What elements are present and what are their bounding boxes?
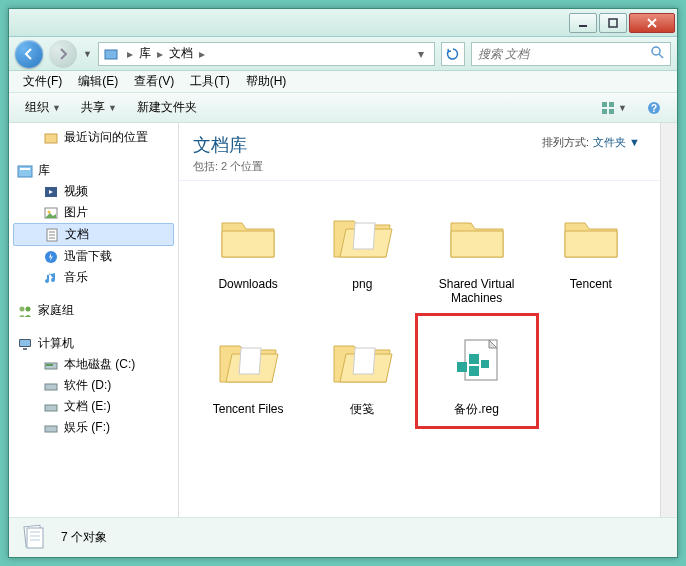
sidebar-drive-f[interactable]: 娱乐 (F:) — [9, 417, 178, 438]
view-options-button[interactable]: ▼ — [593, 98, 635, 118]
minimize-button[interactable] — [569, 13, 597, 33]
sidebar-drive-c[interactable]: 本地磁盘 (C:) — [9, 354, 178, 375]
sort-value[interactable]: 文件夹 ▼ — [593, 135, 640, 150]
search-input[interactable] — [478, 47, 650, 61]
chevron-right-icon[interactable]: ▸ — [153, 47, 167, 61]
svg-rect-34 — [239, 348, 261, 374]
svg-rect-31 — [45, 405, 57, 411]
sidebar-item-label: 音乐 — [64, 269, 88, 286]
new-folder-button[interactable]: 新建文件夹 — [129, 96, 205, 119]
menu-file[interactable]: 文件(F) — [15, 73, 70, 90]
drive-icon — [43, 420, 59, 436]
titlebar — [9, 9, 677, 37]
svg-rect-37 — [457, 362, 467, 372]
item-label: Downloads — [218, 277, 277, 291]
folder-icon — [555, 201, 627, 273]
computer-icon — [17, 336, 33, 352]
menu-tools[interactable]: 工具(T) — [182, 73, 237, 90]
svg-point-24 — [26, 306, 31, 311]
file-item[interactable]: 备份.reg — [422, 320, 532, 422]
sidebar-pictures[interactable]: 图片 — [9, 202, 178, 223]
chevron-right-icon[interactable]: ▸ — [123, 47, 137, 61]
item-label: Shared Virtual Machines — [424, 277, 530, 306]
sidebar-drive-d[interactable]: 软件 (D:) — [9, 375, 178, 396]
folder-item[interactable]: png — [307, 195, 417, 312]
sidebar-item-label: 迅雷下载 — [64, 248, 112, 265]
sort-label: 排列方式: — [542, 135, 589, 150]
menu-edit[interactable]: 编辑(E) — [70, 73, 126, 90]
scrollbar[interactable] — [660, 123, 677, 517]
sidebar-recent[interactable]: 最近访问的位置 — [9, 127, 178, 148]
sidebar-videos[interactable]: 视频 — [9, 181, 178, 202]
sidebar-item-label: 文档 — [65, 226, 89, 243]
sidebar-item-label: 图片 — [64, 204, 88, 221]
breadcrumb-dropdown-icon[interactable]: ▾ — [412, 47, 430, 61]
item-label: 备份.reg — [454, 402, 499, 416]
nav-dropdown-icon[interactable]: ▼ — [83, 49, 92, 59]
sidebar-libraries[interactable]: 库 — [9, 160, 178, 181]
folder-item[interactable]: Downloads — [193, 195, 303, 312]
chevron-down-icon: ▼ — [108, 103, 117, 113]
explorer-window: ▼ ▸ 库 ▸ 文档 ▸ ▾ 文件(F) 编辑(E) 查看(V) 工具(T) 帮… — [8, 8, 678, 558]
sidebar-item-label: 计算机 — [38, 335, 74, 352]
content-header: 文档库 包括: 2 个位置 — [179, 123, 660, 181]
svg-rect-5 — [602, 102, 607, 107]
folder-icon — [212, 326, 284, 398]
share-button[interactable]: 共享▼ — [73, 96, 125, 119]
folder-item[interactable]: Tencent Files — [193, 320, 303, 422]
svg-rect-26 — [20, 340, 30, 346]
sidebar-item-label: 最近访问的位置 — [64, 129, 148, 146]
drive-icon — [43, 378, 59, 394]
sidebar-xunlei[interactable]: 迅雷下载 — [9, 246, 178, 267]
svg-line-4 — [659, 54, 663, 58]
forward-button[interactable] — [49, 40, 77, 68]
folder-item[interactable]: Shared Virtual Machines — [422, 195, 532, 312]
sidebar-homegroup[interactable]: 家庭组 — [9, 300, 178, 321]
svg-rect-29 — [46, 364, 53, 366]
organize-button[interactable]: 组织▼ — [17, 96, 69, 119]
svg-point-3 — [652, 47, 660, 55]
sidebar-drive-e[interactable]: 文档 (E:) — [9, 396, 178, 417]
breadcrumb[interactable]: ▸ 库 ▸ 文档 ▸ ▾ — [98, 42, 435, 66]
menu-help[interactable]: 帮助(H) — [238, 73, 295, 90]
svg-rect-42 — [27, 528, 43, 548]
picture-icon — [43, 205, 59, 221]
svg-rect-7 — [602, 109, 607, 114]
sort-control: 排列方式: 文件夹 ▼ — [542, 135, 640, 150]
back-button[interactable] — [15, 40, 43, 68]
maximize-button[interactable] — [599, 13, 627, 33]
sidebar-item-label: 文档 (E:) — [64, 398, 111, 415]
item-label: 便笺 — [350, 402, 374, 416]
folder-icon — [212, 201, 284, 273]
sidebar-documents[interactable]: 文档 — [13, 223, 174, 246]
breadcrumb-current[interactable]: 文档 — [167, 45, 195, 62]
chevron-down-icon: ▼ — [618, 103, 627, 113]
sidebar-item-label: 家庭组 — [38, 302, 74, 319]
reg-file-icon — [441, 326, 513, 398]
refresh-button[interactable] — [441, 42, 465, 66]
svg-rect-35 — [354, 348, 376, 374]
sidebar-computer[interactable]: 计算机 — [9, 333, 178, 354]
folder-item[interactable]: 便笺 — [307, 320, 417, 422]
content-area: 文档库 包括: 2 个位置 排列方式: 文件夹 ▼ DownloadspngSh… — [179, 123, 660, 517]
close-button[interactable] — [629, 13, 675, 33]
breadcrumb-root[interactable]: 库 — [137, 45, 153, 62]
sidebar-music[interactable]: 音乐 — [9, 267, 178, 288]
menu-view[interactable]: 查看(V) — [126, 73, 182, 90]
svg-rect-13 — [20, 168, 30, 170]
svg-rect-30 — [45, 384, 57, 390]
chevron-right-icon[interactable]: ▸ — [195, 47, 209, 61]
document-stack-icon — [19, 522, 51, 554]
sidebar-item-label: 库 — [38, 162, 50, 179]
folder-item[interactable]: Tencent — [536, 195, 646, 312]
svg-text:?: ? — [651, 103, 657, 114]
svg-rect-33 — [354, 223, 376, 249]
library-icon — [103, 46, 119, 62]
search-box[interactable] — [471, 42, 671, 66]
sidebar-item-label: 本地磁盘 (C:) — [64, 356, 135, 373]
svg-rect-8 — [609, 109, 614, 114]
svg-rect-2 — [105, 50, 117, 59]
menubar: 文件(F) 编辑(E) 查看(V) 工具(T) 帮助(H) — [9, 71, 677, 93]
help-button[interactable]: ? — [639, 98, 669, 118]
folder-icon — [441, 201, 513, 273]
